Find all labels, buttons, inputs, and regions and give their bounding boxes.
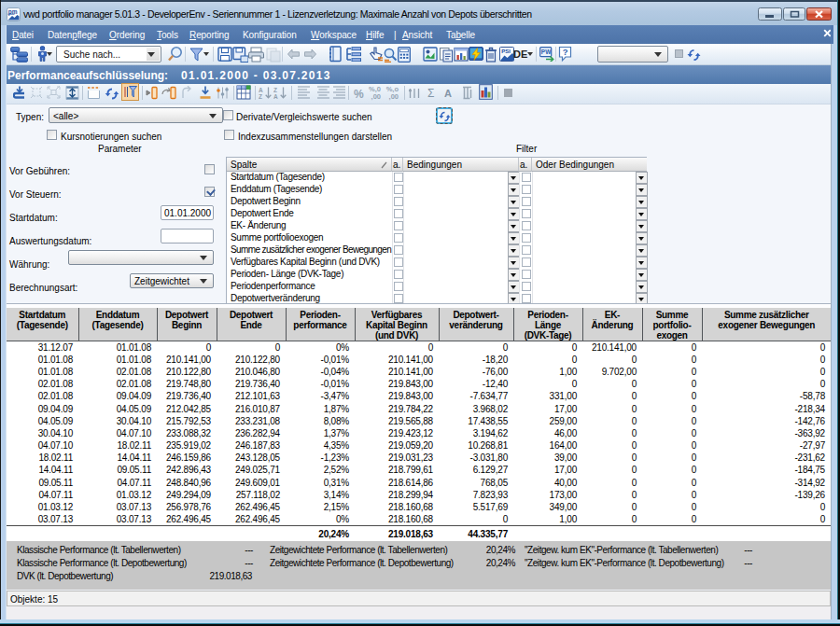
svg-text:PSI: PSI	[501, 49, 511, 54]
svg-text:A: A	[259, 87, 263, 93]
svg-text:Z: Z	[259, 93, 262, 100]
svg-text:Z: Z	[273, 87, 277, 93]
svg-text:?: ?	[563, 47, 568, 57]
svg-text:pm: pm	[8, 8, 18, 16]
svg-text:A: A	[273, 93, 278, 100]
svg-text:PW: PW	[541, 49, 552, 55]
